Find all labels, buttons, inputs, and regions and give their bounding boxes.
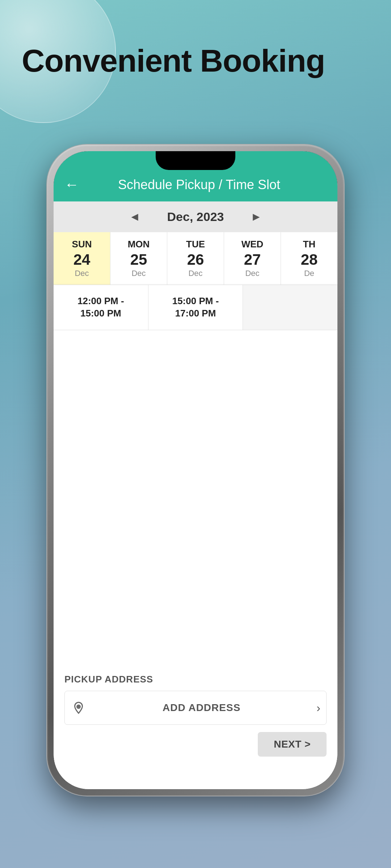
day-number-thu: 28 (301, 252, 318, 267)
day-name-mon: MON (128, 239, 150, 250)
time-slots-card: 12:00 PM -15:00 PM 15:00 PM -17:00 PM (54, 285, 337, 330)
day-month-wed: Dec (245, 269, 259, 278)
day-name-thu: TH (303, 239, 316, 250)
add-address-text: ADD ADDRESS (92, 702, 311, 714)
page-title: Convenient Booking (22, 43, 325, 78)
time-slot-3 (243, 285, 337, 330)
day-number-mon: 25 (130, 252, 147, 267)
day-name-sun: SUN (72, 239, 92, 250)
time-slot-1-text: 12:00 PM -15:00 PM (77, 295, 124, 320)
day-tuesday[interactable]: TUE 26 Dec (167, 232, 224, 285)
add-address-row[interactable]: ADD ADDRESS › (64, 691, 327, 725)
phone-inner: ← Schedule Pickup / Time Slot ◄ Dec, 202… (54, 151, 337, 789)
next-button[interactable]: NEXT > (258, 732, 327, 757)
month-navigation: ◄ Dec, 2023 ► (54, 201, 337, 232)
next-month-button[interactable]: ► (246, 209, 266, 225)
screen: ← Schedule Pickup / Time Slot ◄ Dec, 202… (54, 151, 337, 789)
prev-month-button[interactable]: ◄ (125, 209, 145, 225)
time-slot-2-text: 15:00 PM -17:00 PM (172, 295, 219, 320)
day-month-sun: Dec (75, 269, 89, 278)
phone-notch (156, 151, 235, 170)
day-thursday[interactable]: TH 28 De (281, 232, 337, 285)
screen-title: Schedule Pickup / Time Slot (86, 177, 312, 192)
day-monday[interactable]: MON 25 Dec (110, 232, 167, 285)
day-name-tue: TUE (186, 239, 205, 250)
pickup-section: PICKUP ADDRESS ADD ADDRESS › (54, 667, 337, 725)
day-month-thu: De (304, 269, 314, 278)
time-slot-1[interactable]: 12:00 PM -15:00 PM (54, 285, 148, 330)
pickup-address-label: PICKUP ADDRESS (64, 674, 327, 685)
day-number-wed: 27 (244, 252, 261, 267)
day-number-sun: 24 (73, 252, 91, 267)
day-sunday[interactable]: SUN 24 Dec (54, 232, 110, 285)
day-month-mon: Dec (131, 269, 146, 278)
time-slot-2[interactable]: 15:00 PM -17:00 PM (148, 285, 243, 330)
back-button[interactable]: ← (64, 176, 79, 193)
content-area (54, 330, 337, 667)
day-wednesday[interactable]: WED 27 Dec (224, 232, 281, 285)
day-number-tue: 26 (187, 252, 204, 267)
location-icon (71, 700, 87, 716)
phone-mockup: ← Schedule Pickup / Time Slot ◄ Dec, 202… (47, 145, 344, 796)
next-button-row: NEXT > (54, 725, 337, 767)
day-name-wed: WED (241, 239, 264, 250)
screen-bottom (54, 767, 337, 789)
day-month-tue: Dec (188, 269, 202, 278)
calendar-days-row: SUN 24 Dec MON 25 Dec TUE 26 Dec (54, 232, 337, 285)
phone-frame: ← Schedule Pickup / Time Slot ◄ Dec, 202… (47, 145, 344, 796)
current-month-label: Dec, 2023 (156, 210, 235, 224)
svg-point-1 (78, 706, 79, 707)
chevron-right-icon: › (316, 701, 320, 715)
